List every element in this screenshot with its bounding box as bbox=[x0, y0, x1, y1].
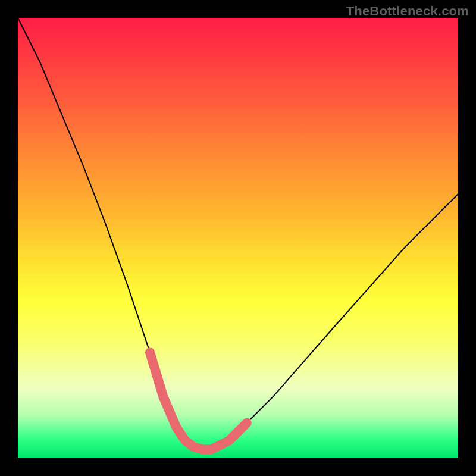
bottleneck-curve bbox=[18, 18, 458, 449]
plot-area bbox=[18, 18, 458, 458]
watermark-text: TheBottleneck.com bbox=[346, 4, 469, 19]
highlight-segment bbox=[150, 352, 247, 449]
curve-svg bbox=[18, 18, 458, 458]
chart-frame: TheBottleneck.com bbox=[0, 0, 476, 476]
